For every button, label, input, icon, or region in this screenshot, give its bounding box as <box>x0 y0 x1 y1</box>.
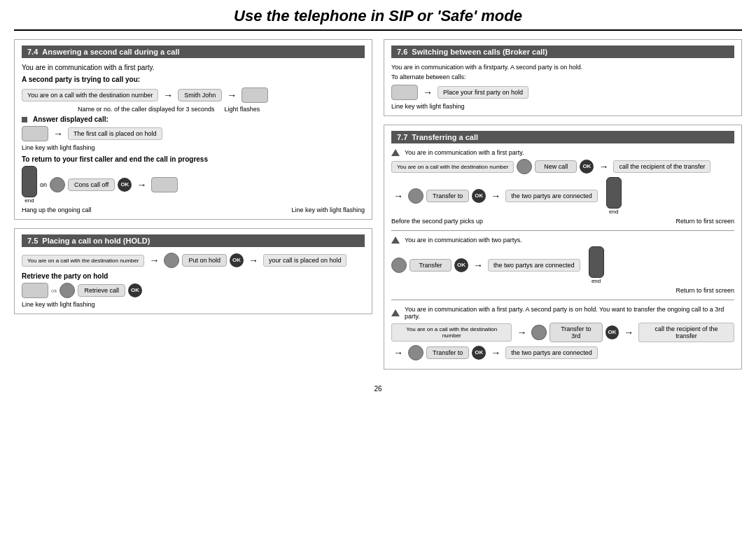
name-label: Name or no. of the caller displayed for … <box>78 106 215 113</box>
ok-btn-1: OK <box>118 178 132 192</box>
nav-77-2 <box>408 188 424 204</box>
end-labels-row: Hang up the ongoing call Line key with l… <box>22 206 365 213</box>
arrow-77-7: → <box>393 347 403 358</box>
transfer-row-2: → Transfer to OK → the two partys are co… <box>391 177 734 215</box>
section-74-header: 7.4 Answering a second call during a cal… <box>22 45 365 58</box>
ok-77-2: OK <box>472 189 486 203</box>
section-76: 7.6 Switching between calls (Broker call… <box>384 39 742 116</box>
section-76-header: 7.6 Switching between calls (Broker call… <box>391 45 734 58</box>
ok-77-1: OK <box>580 160 594 174</box>
retrieve-header: Retrieve the party on hold <box>22 272 365 280</box>
answer-label: Answer displayed call: <box>33 115 108 123</box>
section-74-title: Answering a second call during a call <box>42 48 179 56</box>
arrow-77-3: → <box>491 190 500 202</box>
to-return-label: To return to your first caller and end t… <box>22 155 365 163</box>
retrieve-row: ok Retrieve call OK <box>22 283 365 298</box>
nav-75-2 <box>59 283 75 298</box>
arrow-77-1: → <box>598 161 608 172</box>
third-party-note-row: You are in communication with a first pa… <box>391 306 734 320</box>
note-triangle-1 <box>391 149 400 156</box>
second-party-row: You are on a call with the destination n… <box>22 87 365 103</box>
nav-77-4 <box>531 325 547 340</box>
on-call-box: You are on a call with the destination n… <box>22 89 158 101</box>
section-77-header: 7.7 Transferring a call <box>391 131 734 143</box>
nav-circle <box>50 177 65 192</box>
on-call-box-75: You are on a call with the destination n… <box>22 255 144 267</box>
note-triangle-2 <box>391 237 400 244</box>
retrieve-phone <box>22 283 48 298</box>
on-label: on <box>40 181 47 188</box>
arrow-75-1: → <box>149 255 159 266</box>
two-partys-2: the two partys are connected <box>488 259 580 272</box>
end-77-1: end <box>609 209 618 215</box>
first-call-hold: The first call is placed on hold <box>68 127 162 140</box>
caller-box: Smith John <box>178 89 222 101</box>
broker-row: → Place your first party on hold <box>391 85 734 100</box>
arrow-75-2: → <box>248 255 258 266</box>
section-75-header: 7.5 Placing a call on hold (HOLD) <box>22 234 365 247</box>
section-77-num: 7.7 <box>397 133 407 141</box>
nav-75 <box>164 253 179 268</box>
line-key-result <box>151 177 178 192</box>
phone-tall-77-2 <box>589 246 604 278</box>
line-key-75: Line key with light flashing <box>22 301 365 308</box>
before-return-row: Before the second party picks up Return … <box>391 218 734 225</box>
line-key-phone <box>241 87 268 103</box>
transfer-label: Transfer <box>410 259 451 272</box>
ok-77-4: OK <box>606 325 620 339</box>
hold-row: You are on a call with the destination n… <box>22 253 365 268</box>
transfer-row-4: You are on a call with the destination n… <box>391 323 734 342</box>
section-76-intro: You are in communication with a firstpar… <box>391 64 734 71</box>
two-partys-3: the two partys are connected <box>505 346 598 359</box>
two-partys-note-row: You are in communication with two partys… <box>391 237 734 244</box>
two-partys-77: the two partys are connected <box>505 190 598 202</box>
77-intro: You are in communication with a first pa… <box>405 149 524 156</box>
on-call-77: You are on a call with the destination n… <box>391 161 514 173</box>
section-75-num: 7.5 <box>27 237 38 245</box>
phone-tall-end <box>22 166 37 197</box>
answer-phone <box>22 126 48 141</box>
section-74-intro: You are in communication with a first pa… <box>22 64 365 71</box>
phone-tall-77-1 <box>606 177 622 209</box>
section-76-title: Switching between calls (Broker call) <box>412 48 547 56</box>
section-75: 7.5 Placing a call on hold (HOLD) You ar… <box>14 228 372 314</box>
return2-label: Return to first screen <box>391 287 734 294</box>
call-recipient-3: call the recipient of the transfer <box>638 323 734 342</box>
transfer-row-3: Transfer OK → the two partys are connect… <box>391 246 734 284</box>
return-first: Return to first screen <box>676 218 734 225</box>
new-call: New call <box>535 160 577 173</box>
transfer-row-1: You are on a call with the destination n… <box>391 159 734 174</box>
note-triangle-3 <box>391 309 400 316</box>
transfer-to-77: Transfer to <box>426 190 469 202</box>
caller-labels: Name or no. of the caller displayed for … <box>22 106 365 113</box>
hang-up-label: Hang up the ongoing call <box>22 206 92 213</box>
to-alternate: To alternate between calls: <box>391 73 734 80</box>
arrow-4: → <box>136 179 146 190</box>
ok-75-1: OK <box>230 253 244 267</box>
retrieve-label: Retrieve the party on hold <box>22 272 108 280</box>
third-party-note: You are in communication with a first pa… <box>405 306 734 320</box>
section-77-title: Transferring a call <box>412 133 478 141</box>
ok-small: ok <box>51 288 57 294</box>
on-call-77-3: You are on a call with the destination n… <box>391 323 512 342</box>
two-partys-note: You are in communication with two partys… <box>405 237 522 244</box>
transfer-row-5: → Transfer to OK → the two partys are co… <box>391 345 734 360</box>
arrow-77-2: → <box>393 190 403 202</box>
arrow-77-5: → <box>517 327 526 338</box>
answer-action-row: → The first call is placed on hold <box>22 126 365 141</box>
nav-77-1 <box>517 159 532 174</box>
call-placed-hold: your call is placed on hold <box>263 254 347 267</box>
section-74-bold: A second party is trying to call you: <box>22 76 365 83</box>
77-note: You are in communication with a first pa… <box>391 149 734 156</box>
transfer-to-2: Transfer to <box>426 346 469 359</box>
line-key-76: Line key with light flashing <box>391 103 734 110</box>
place-hold-76: Place your first party on hold <box>438 86 528 99</box>
put-on-hold: Put on hold <box>182 254 227 267</box>
end-call-row: end on Cons call off OK → <box>22 166 365 204</box>
arrow-3: → <box>53 128 63 139</box>
call-recipient-77: call the recipient of the transfer <box>613 160 710 173</box>
nav-77-5 <box>408 345 424 360</box>
arrow-1: → <box>163 90 173 101</box>
answer-row: Answer displayed call: <box>22 115 365 123</box>
nav-77-3 <box>391 258 407 273</box>
